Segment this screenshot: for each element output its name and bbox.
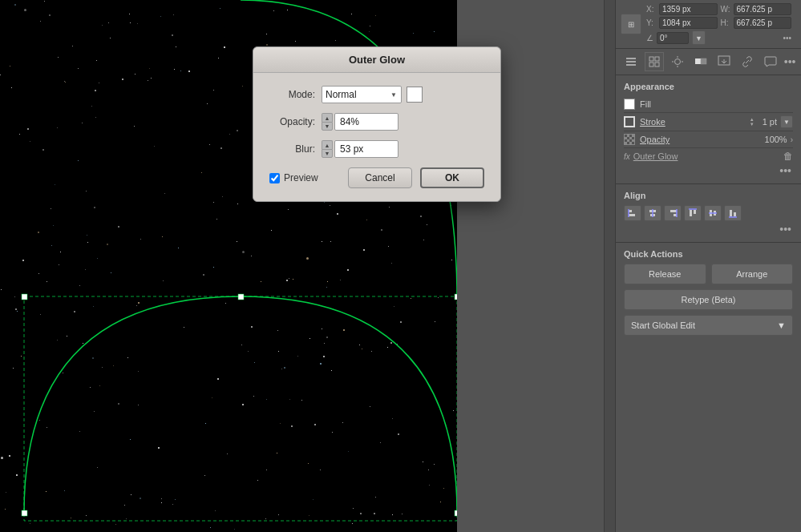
mode-select-wrap[interactable]: Normal Multiply Screen ▼: [322, 86, 402, 103]
w-label: W:: [721, 5, 732, 14]
ok-button[interactable]: OK: [420, 167, 484, 188]
dialog-title: Outer Glow: [349, 54, 405, 66]
align-header: Align: [624, 191, 793, 205]
blur-input[interactable]: [334, 140, 398, 158]
stroke-right: ▲ ▼ 1 pt ▼: [750, 115, 793, 128]
global-edit-button[interactable]: Start Global Edit ▼: [624, 315, 793, 336]
svg-rect-32: [694, 210, 696, 214]
fill-swatch[interactable]: [624, 99, 635, 110]
quick-actions-section: Quick Actions Release Arrange Retype (Be…: [616, 243, 801, 347]
opacity-chevron[interactable]: ›: [791, 135, 793, 144]
stroke-options[interactable]: ▼: [780, 115, 793, 128]
outer-glow-dialog[interactable]: Outer Glow Mode: Normal Multiply Screen …: [253, 46, 501, 202]
stroke-label[interactable]: Stroke: [640, 117, 665, 127]
grid-icon[interactable]: ⊞: [621, 14, 641, 34]
x-label: X:: [646, 5, 657, 14]
align-section: Align •••: [616, 184, 801, 243]
properties-icon[interactable]: [645, 52, 664, 71]
fx-left: fx Outer Glow: [624, 151, 678, 161]
opacity-down-arrow[interactable]: ▼: [322, 122, 333, 131]
align-left[interactable]: [624, 205, 641, 221]
speech-icon[interactable]: [761, 52, 780, 71]
blur-spinner[interactable]: ▲ ▼: [322, 140, 398, 158]
outer-glow-link[interactable]: Outer Glow: [633, 151, 678, 161]
angle-dropdown[interactable]: ▼: [692, 30, 706, 45]
align-title: Align: [624, 191, 646, 200]
align-center-v[interactable]: [704, 205, 722, 221]
stroke-down[interactable]: ▼: [750, 122, 759, 127]
mode-select[interactable]: Normal Multiply Screen: [322, 86, 402, 103]
opacity-arrows[interactable]: ▲ ▼: [322, 113, 333, 131]
retype-button[interactable]: Retype (Beta): [624, 289, 793, 310]
measurements-grid: X: 1359 px W: 667.625 p Y: 1084 px H: 66…: [646, 3, 791, 29]
svg-rect-6: [626, 58, 636, 59]
blur-label: Blur:: [269, 143, 322, 155]
color-icon[interactable]: [691, 52, 710, 71]
y-field: Y: 1084 px: [646, 17, 718, 29]
layers-icon[interactable]: [621, 52, 641, 71]
qa-row-1: Release Arrange: [624, 264, 793, 284]
svg-rect-11: [649, 62, 653, 66]
svg-rect-10: [655, 57, 659, 61]
fill-label: Fill: [640, 99, 651, 109]
preview-checkbox[interactable]: [269, 173, 280, 183]
svg-point-13: [674, 59, 680, 65]
fill-row: Fill: [624, 96, 793, 113]
blur-down-arrow[interactable]: ▼: [322, 149, 333, 158]
angle-row: ∠ 0° ▼ •••: [646, 30, 791, 45]
angle-value[interactable]: 0°: [657, 32, 689, 44]
svg-rect-23: [629, 214, 635, 216]
opacity-label-panel[interactable]: Opacity: [640, 135, 670, 144]
color-swatch[interactable]: [407, 87, 423, 103]
icon-strip-row: •••: [616, 49, 801, 75]
svg-rect-1: [22, 294, 27, 300]
stroke-value[interactable]: 1 pt: [763, 117, 777, 127]
svg-rect-19: [701, 58, 706, 64]
opacity-left: Opacity: [624, 134, 670, 145]
sun-icon[interactable]: [668, 52, 687, 71]
blur-up-arrow[interactable]: ▲: [322, 140, 333, 149]
stroke-spinner[interactable]: ▲ ▼: [750, 117, 759, 127]
h-value[interactable]: 667.625 p: [734, 17, 792, 29]
opacity-input[interactable]: [334, 113, 398, 131]
opacity-row: Opacity: ▲ ▼: [269, 113, 484, 131]
canvas-area: Outer Glow Mode: Normal Multiply Screen …: [0, 0, 604, 532]
svg-rect-38: [734, 212, 736, 216]
opacity-value-panel[interactable]: 100%: [765, 135, 787, 144]
preview-label: Preview: [284, 172, 318, 183]
arrange-button[interactable]: Arrange: [711, 264, 794, 284]
mode-label: Mode:: [269, 89, 322, 100]
align-center-h[interactable]: [644, 205, 661, 221]
svg-rect-9: [649, 57, 653, 61]
w-value[interactable]: 667.625 p: [734, 3, 792, 15]
svg-rect-7: [626, 61, 636, 62]
vertical-scrollbar[interactable]: [604, 0, 615, 532]
link-icon[interactable]: [738, 52, 757, 71]
opacity-up-arrow[interactable]: ▲: [322, 113, 333, 122]
preview-checkbox-wrap[interactable]: Preview: [269, 172, 318, 183]
opacity-spinner[interactable]: ▲ ▼: [322, 113, 398, 131]
transform-more[interactable]: •••: [783, 34, 791, 42]
appearance-header: Appearance: [624, 82, 793, 96]
appearance-more-icon[interactable]: •••: [779, 164, 793, 177]
w-field: W: 667.625 p: [721, 3, 792, 15]
align-bottom[interactable]: [724, 205, 742, 221]
align-more-icon[interactable]: •••: [779, 223, 793, 236]
stroke-swatch[interactable]: [624, 116, 635, 127]
cancel-button[interactable]: Cancel: [348, 167, 412, 188]
h-field: H: 667.625 p: [721, 17, 792, 29]
icon-strip-more[interactable]: •••: [784, 55, 796, 68]
fx-label: fx: [624, 152, 630, 161]
align-more: •••: [624, 223, 793, 236]
x-value[interactable]: 1359 px: [659, 3, 718, 15]
y-value[interactable]: 1084 px: [659, 17, 718, 29]
align-right[interactable]: [664, 205, 682, 221]
align-top[interactable]: [684, 205, 702, 221]
blur-arrows[interactable]: ▲ ▼: [322, 140, 333, 158]
measurements-area: X: 1359 px W: 667.625 p Y: 1084 px H: 66…: [641, 3, 796, 45]
release-button[interactable]: Release: [624, 264, 706, 284]
stroke-chevron: ▼: [783, 119, 790, 126]
global-edit-chevron: ▼: [777, 320, 786, 330]
fx-delete-icon[interactable]: 🗑: [783, 151, 793, 162]
export-icon[interactable]: [714, 52, 734, 71]
